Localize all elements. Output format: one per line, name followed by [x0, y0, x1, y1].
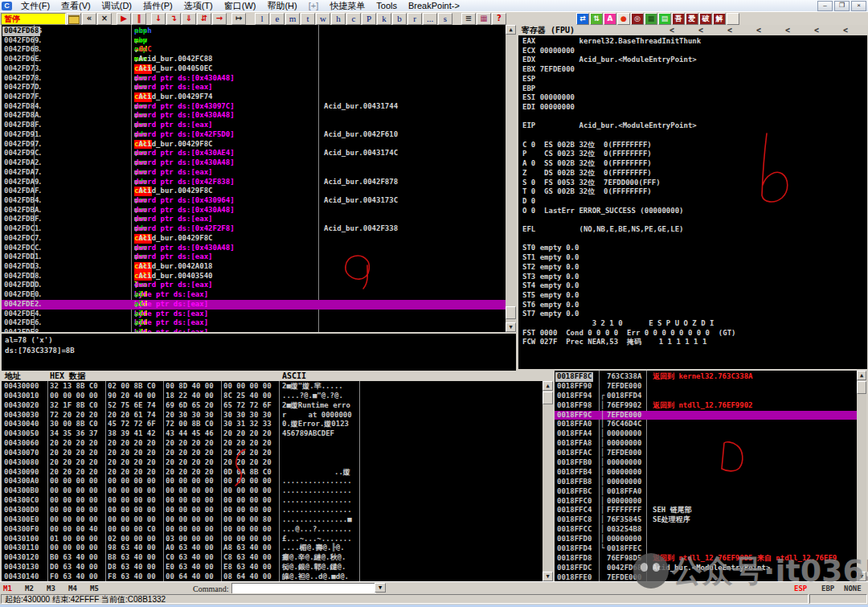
disasm-row[interactable]: 0042FD9C.8B0D E40A4300mov ecx,dword ptr …: [2, 149, 506, 158]
disasm-row[interactable]: 0042FDA9.8B15 38F84200mov edx,dword ptr …: [2, 178, 506, 187]
register-line[interactable]: ST7 empty 0.0: [518, 310, 867, 319]
scroll-thumb[interactable]: [506, 306, 516, 319]
memory-tab-m5[interactable]: M5: [90, 584, 99, 593]
dump-row[interactable]: 0043011000 00 00 0098 63 40 00A0 63 40 0…: [2, 543, 542, 553]
restore-button[interactable]: ❐: [834, 1, 850, 11]
disasm-row[interactable]: 0042FDC7.E8 C0A1FFFFcall Acid_bur.00429F…: [2, 234, 506, 244]
disasm-row[interactable]: 0042FDB4.8B0D 64094300mov ecx,dword ptr …: [2, 196, 506, 206]
disasm-row[interactable]: 0042FDD3.E8 40A2FFFFcall Acid_bur.0042A0…: [2, 262, 506, 272]
help-icon[interactable]: ?: [492, 13, 506, 25]
disasm-row[interactable]: 0042FD78.A1 480A4300mov eax,dword ptr ds…: [2, 74, 506, 84]
scroll-down-icon[interactable]: ▼: [506, 322, 516, 332]
plugin-blank-button[interactable]: [727, 13, 739, 25]
stack-row[interactable]: 0018FFCC│003254B8: [555, 525, 857, 535]
dump-row[interactable]: 0043007020 20 20 2020 20 20 2020 20 20 2…: [2, 449, 542, 458]
disasm-row[interactable]: 0042FD68$55push ebp: [2, 27, 506, 36]
disasm-row[interactable]: 0042FD73.E8 7453FDFFcall Acid_bur.004050…: [2, 64, 506, 74]
plugin-jie-icon[interactable]: 解: [713, 13, 726, 25]
memory-window-button[interactable]: m: [285, 13, 300, 25]
minimize-button[interactable]: –: [817, 1, 833, 11]
stack-panel[interactable]: 0018FF8C763C338A返回到 kernel32.763C338A001…: [555, 371, 866, 581]
stack-row[interactable]: 0018FFDC0042FD68Acid_bur.<ModuleEntryPoi…: [555, 564, 857, 573]
dump-row[interactable]: 0043008020 20 20 2020 20 20 2020 20 20 2…: [2, 458, 542, 468]
disasm-row[interactable]: 0042FD69.8BECmov ebp,esp: [2, 36, 506, 46]
stack-row[interactable]: 0018FFD876EF98D5返回到 ntdll_12.76EF98D5 来自…: [555, 554, 857, 564]
register-line[interactable]: EFL 00000246 (NO,NB,E,BE,NS,PE,GE,LE): [518, 225, 867, 235]
close-button[interactable]: ×: [851, 1, 866, 11]
register-line[interactable]: Z 1 DS 002B 32位 0(FFFFFFFF): [518, 169, 867, 178]
stack-row[interactable]: 0018FFB8│00000000: [555, 478, 857, 487]
register-line[interactable]: ST2 empty 0.0: [518, 263, 867, 273]
stack-row[interactable]: 0018FF907EFDE000: [555, 382, 857, 392]
menu-item[interactable]: BreakPoint->: [403, 1, 465, 10]
dump-row[interactable]: 0043004030 00 8B C045 72 72 6F72 00 8B C…: [2, 420, 542, 429]
disasm-row[interactable]: 0042FDD8.E8 6337FDFFcall Acid_bur.004035…: [2, 272, 506, 281]
plugin-a-icon[interactable]: A: [604, 13, 616, 25]
handles-window-button[interactable]: h: [331, 13, 346, 25]
dump-row[interactable]: 00430140F0 63 40 00F8 63 40 0000 64 40 0…: [2, 572, 542, 581]
register-line[interactable]: C 0 ES 002B 32位 0(FFFFFFFF): [518, 141, 867, 150]
cpu-window-button[interactable]: c: [346, 13, 361, 25]
dump-row[interactable]: 0043002032 1F 8B C052 75 6E 7469 6D 65 2…: [2, 401, 542, 411]
step-into-icon[interactable]: ↓: [151, 13, 166, 25]
register-line[interactable]: P 1 CS 0023 32位 0(FFFFFFFF): [518, 150, 867, 159]
register-line[interactable]: EIP 0042FD68 Acid_bur.<ModuleEntryPoint>: [518, 121, 867, 131]
disasm-row[interactable]: 0042FD8A.A1 480A4300mov eax,dword ptr ds…: [2, 111, 506, 121]
dump-row[interactable]: 00430130D0 63 40 00D8 63 40 00E0 63 40 0…: [2, 563, 542, 572]
patches-window-button[interactable]: P: [362, 13, 376, 25]
stack-row[interactable]: 0018FFC0│00000000: [555, 497, 857, 507]
plugin-po-icon[interactable]: 破: [699, 13, 712, 25]
register-line[interactable]: ESP 0018FF8C: [518, 75, 867, 84]
open-file-icon[interactable]: [67, 13, 81, 25]
collapse-arrow-icon[interactable]: <: [783, 25, 792, 35]
stack-row[interactable]: 0018FF8C763C338A返回到 kernel32.763C338A: [555, 372, 857, 382]
register-line[interactable]: T 0 GS 002B 32位 0(FFFFFFFF): [518, 187, 867, 197]
dump-row[interactable]: 00430120B0 63 40 00B8 63 40 00C0 63 40 0…: [2, 553, 542, 563]
disasm-row[interactable]: 0042FD84.8B0D 7C094300mov ecx,dword ptr …: [2, 102, 506, 112]
plugin-sort-icon[interactable]: ⇅: [590, 13, 603, 25]
stack-row[interactable]: 0018FFB4│00000000: [555, 468, 857, 478]
run-trace-window-button[interactable]: ...: [423, 13, 437, 25]
plugin-wu-icon[interactable]: 吾: [672, 13, 685, 25]
rewind-icon[interactable]: «: [82, 13, 96, 25]
register-line[interactable]: ST4 empty 0.0: [518, 281, 867, 291]
scroll-down-icon[interactable]: ▼: [542, 572, 553, 581]
step-over-icon[interactable]: ↴: [166, 13, 181, 25]
scroll-up-icon[interactable]: ▲: [506, 25, 516, 35]
menu-item[interactable]: 文件(F): [15, 1, 55, 10]
collapse-arrow-icon[interactable]: <: [667, 25, 677, 35]
log-window-button[interactable]: l: [255, 13, 269, 25]
memory-tab-m3[interactable]: M3: [47, 584, 55, 593]
run-to-cursor-icon[interactable]: ↦: [231, 13, 246, 25]
register-line[interactable]: ST5 empty 0.0: [518, 291, 867, 301]
register-line[interactable]: S 0 FS 0053 32位 7EFDD000(FFF): [518, 178, 867, 188]
pause-icon[interactable]: ‖: [132, 13, 146, 25]
dump-row[interactable]: 004300D000 00 00 0000 00 00 0000 00 00 0…: [2, 506, 542, 515]
plugin-target-icon[interactable]: ◎: [631, 13, 644, 25]
disasm-row[interactable]: 0042FDA7.8B00mov eax,dword ptr ds:[eax]: [2, 168, 506, 178]
stack-row[interactable]: 0018FFD4└0018FFEC: [555, 544, 857, 554]
dump-row[interactable]: 004300C000 00 00 0000 00 00 0000 00 00 0…: [2, 496, 542, 506]
dump-row[interactable]: 0043001000 00 00 0090 20 40 0018 22 40 0…: [2, 392, 542, 401]
stack-row[interactable]: 0018FF9C│7EFDE000: [555, 411, 857, 420]
stack-row[interactable]: 0018FF98│76EF9902返回到 ntdll_12.76EF9902: [555, 401, 857, 411]
dump-row[interactable]: 004300A000 00 00 0000 00 00 0000 00 00 0…: [2, 477, 542, 486]
register-line[interactable]: EDI 00000000: [518, 103, 867, 113]
register-line[interactable]: [518, 215, 867, 225]
register-line[interactable]: EBP 0018FF94: [518, 84, 867, 94]
animate-over-icon[interactable]: ⇵: [197, 13, 211, 25]
hex-dump-panel[interactable]: 地址 HEX 数据 ASCII 0043000032 13 8B C002 00…: [2, 371, 553, 581]
plugin-ai-icon[interactable]: 爱: [686, 13, 698, 25]
disasm-row[interactable]: 0042FDBF.8B00mov eax,dword ptr ds:[eax]: [2, 215, 506, 224]
memory-tab-m1[interactable]: M1: [3, 584, 12, 593]
scroll-thumb[interactable]: [857, 381, 866, 394]
register-line[interactable]: O 0 LastErr ERROR_SUCCESS (00000000): [518, 207, 867, 216]
command-dropdown-icon[interactable]: ▼: [375, 583, 386, 593]
menu-item[interactable]: 调试(D): [96, 1, 137, 10]
stack-row[interactable]: 0018FFC8│76F35845SE处理程序: [555, 515, 857, 525]
register-line[interactable]: ST1 empty 0.0: [518, 253, 867, 263]
options-icon[interactable]: ≡: [461, 13, 476, 25]
collapse-arrow-icon[interactable]: <: [754, 25, 764, 35]
register-line[interactable]: ESI 00000000: [518, 93, 867, 103]
disasm-row[interactable]: 0042FDE4.0000add byte ptr ds:[eax],al: [2, 310, 506, 319]
